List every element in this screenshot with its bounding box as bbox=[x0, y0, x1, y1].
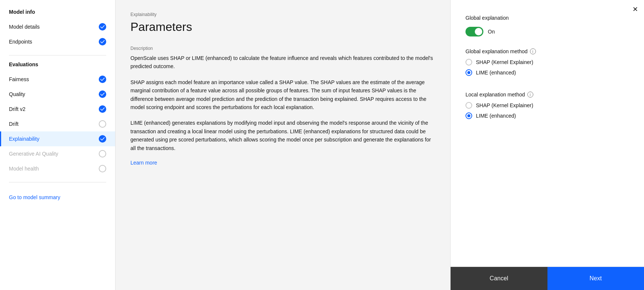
description-paragraph-3: LIME (enhanced) generates explanations b… bbox=[130, 119, 435, 152]
info-icon-local[interactable]: i bbox=[527, 92, 533, 98]
global-method-title: Global explanation method i bbox=[465, 48, 629, 54]
local-shap-option[interactable]: SHAP (Kernel Explainer) bbox=[465, 102, 629, 109]
sidebar-item-endpoints[interactable]: Endpoints bbox=[0, 34, 115, 49]
right-panel: ✕ Global explanation On Global explanati… bbox=[450, 0, 644, 290]
description-label: Description bbox=[130, 46, 435, 51]
global-shap-option[interactable]: SHAP (Kernel Explainer) bbox=[465, 59, 629, 66]
page-title: Parameters bbox=[130, 20, 435, 34]
check-icon bbox=[99, 23, 106, 31]
empty-circle-icon bbox=[99, 150, 106, 157]
sidebar-item-model-details[interactable]: Model details bbox=[0, 19, 115, 34]
global-lime-label: LIME (enhanced) bbox=[476, 70, 516, 76]
description-paragraph-2: SHAP assigns each model feature an impor… bbox=[130, 78, 435, 112]
sidebar-item-explainability[interactable]: Explainability bbox=[0, 131, 115, 146]
sidebar: Model info Model details Endpoints Evalu… bbox=[0, 0, 116, 290]
sidebar-item-label: Model details bbox=[9, 24, 40, 30]
sidebar-item-drift[interactable]: Drift bbox=[0, 117, 115, 131]
global-method-label: Global explanation method bbox=[465, 48, 528, 54]
sidebar-item-label: Drift v2 bbox=[9, 106, 25, 112]
local-lime-option[interactable]: LIME (enhanced) bbox=[465, 112, 629, 119]
check-icon bbox=[99, 76, 106, 83]
toggle-track bbox=[465, 27, 483, 36]
empty-circle-icon bbox=[99, 120, 106, 128]
global-lime-option[interactable]: LIME (enhanced) bbox=[465, 69, 629, 76]
empty-circle-icon bbox=[99, 165, 106, 172]
sidebar-item-label: Explainability bbox=[9, 136, 40, 142]
local-method-group: Local explanation method i SHAP (Kernel … bbox=[465, 92, 629, 123]
learn-more-link[interactable]: Learn more bbox=[130, 160, 435, 166]
local-lime-radio[interactable] bbox=[465, 112, 472, 119]
check-icon bbox=[99, 135, 106, 143]
toggle-label: On bbox=[488, 29, 495, 35]
evaluations-heading: Evaluations bbox=[0, 61, 115, 72]
global-method-group: Global explanation method i SHAP (Kernel… bbox=[465, 48, 629, 80]
local-method-title: Local explanation method i bbox=[465, 92, 629, 98]
sidebar-item-label: Model health bbox=[9, 166, 39, 172]
global-shap-label: SHAP (Kernel Explainer) bbox=[476, 59, 533, 65]
sidebar-item-fairness[interactable]: Fairness bbox=[0, 72, 115, 87]
global-explanation-toggle-row: On bbox=[465, 27, 629, 36]
sidebar-item-label: Generative AI Quality bbox=[9, 151, 58, 157]
global-explanation-label: Global explanation bbox=[465, 15, 629, 21]
sidebar-divider bbox=[9, 55, 106, 55]
check-icon bbox=[99, 38, 106, 45]
bottom-bar: Cancel Next bbox=[451, 267, 644, 290]
global-lime-radio[interactable] bbox=[465, 69, 472, 76]
check-icon bbox=[99, 90, 106, 98]
sidebar-divider-2 bbox=[9, 182, 106, 182]
check-icon bbox=[99, 105, 106, 113]
next-button[interactable]: Next bbox=[547, 267, 644, 290]
sidebar-item-generative-ai-quality[interactable]: Generative AI Quality bbox=[0, 146, 115, 161]
local-shap-radio[interactable] bbox=[465, 102, 472, 109]
sidebar-item-label: Fairness bbox=[9, 76, 29, 82]
sidebar-item-drift-v2[interactable]: Drift v2 bbox=[0, 102, 115, 117]
sidebar-item-quality[interactable]: Quality bbox=[0, 87, 115, 102]
breadcrumb: Explainability bbox=[130, 12, 435, 17]
description-paragraph-1: OpenScale uses SHAP or LIME (enhanced) t… bbox=[130, 54, 435, 71]
close-button[interactable]: ✕ bbox=[632, 6, 638, 13]
model-info-heading: Model info bbox=[0, 9, 115, 19]
info-icon[interactable]: i bbox=[530, 48, 536, 54]
sidebar-item-label: Quality bbox=[9, 91, 25, 97]
cancel-button[interactable]: Cancel bbox=[451, 267, 547, 290]
sidebar-item-label: Drift bbox=[9, 121, 19, 127]
global-shap-radio[interactable] bbox=[465, 59, 472, 66]
go-to-model-summary-link[interactable]: Go to model summary bbox=[0, 188, 115, 200]
sidebar-item-label: Endpoints bbox=[9, 39, 32, 45]
global-explanation-toggle[interactable] bbox=[465, 27, 483, 36]
local-lime-label: LIME (enhanced) bbox=[476, 113, 516, 119]
sidebar-item-model-health[interactable]: Model health bbox=[0, 161, 115, 176]
main-content: Explainability Parameters Description Op… bbox=[116, 0, 450, 290]
local-method-label: Local explanation method bbox=[465, 92, 525, 98]
toggle-thumb bbox=[475, 28, 482, 35]
local-shap-label: SHAP (Kernel Explainer) bbox=[476, 102, 533, 108]
